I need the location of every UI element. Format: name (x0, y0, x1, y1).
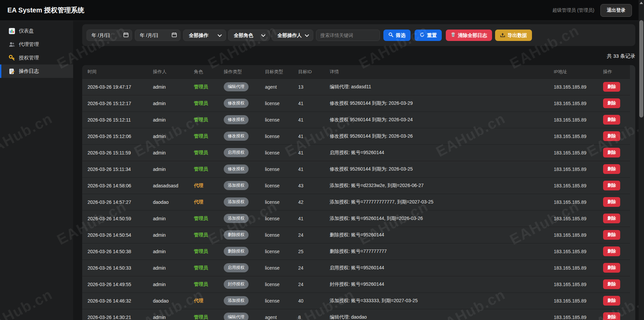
table-row: 2026-03-26 15:11:59admin管理员启用授权license41… (82, 144, 630, 161)
dashboard-icon (9, 28, 15, 34)
action-type-cell: 编辑代理 (224, 309, 265, 320)
time-cell: 2026-03-26 14:50:54 (82, 227, 153, 243)
action-type-badge: 修改授权 (224, 132, 249, 141)
calendar-icon[interactable] (123, 32, 128, 38)
delete-button[interactable]: 删除 (603, 197, 620, 207)
target-id-cell: 40 (298, 292, 330, 309)
operator-cell: daodao (153, 194, 194, 210)
action-type-badge: 添加授权 (224, 296, 249, 305)
sidebar-item-agents[interactable]: 代理管理 (0, 38, 73, 51)
delete-button[interactable]: 删除 (603, 98, 620, 108)
target-type-cell: license (265, 111, 298, 128)
target-id-cell: 41 (298, 111, 330, 128)
ip-cell: 183.165.185.89 (554, 177, 603, 194)
delete-button[interactable]: 删除 (603, 115, 620, 125)
clear-logs-button[interactable]: 清除全部日志 (446, 30, 492, 41)
detail-cell: 修改授权 95260144 到期为: 2026-03-26 (330, 128, 554, 144)
detail-cell: 封停授权: 账号=95260144 (330, 276, 554, 292)
target-type-cell: license (265, 243, 298, 260)
role-cell: 管理员 (194, 144, 224, 161)
operation-type-select[interactable]: 全部操作 (183, 30, 226, 41)
scrollbar-thumb[interactable] (639, 20, 643, 118)
export-button[interactable]: 导出数据 (495, 30, 532, 41)
action-cell: 删除 (603, 292, 630, 309)
delete-button[interactable]: 删除 (603, 296, 620, 306)
delete-button[interactable]: 删除 (603, 214, 620, 223)
role-cell: 代理 (194, 194, 224, 210)
delete-button[interactable]: 删除 (603, 181, 620, 190)
detail-cell: 添加授权: 账号=777777777777, 到期=2027-03-25 (330, 194, 554, 210)
action-type-cell: 添加授权 (224, 177, 265, 194)
role-cell: 管理员 (194, 79, 224, 95)
logout-button[interactable]: 退出登录 (600, 4, 632, 17)
detail-cell: 编辑代理: asdasd11 (330, 79, 554, 95)
delete-button[interactable]: 删除 (603, 246, 620, 256)
chevron-down-icon (261, 33, 265, 38)
action-type-cell: 添加授权 (224, 194, 265, 210)
calendar-icon[interactable] (172, 32, 177, 38)
column-header: 目标类型 (265, 65, 298, 79)
reset-button[interactable]: 重置 (415, 30, 442, 41)
ip-cell: 183.165.185.89 (554, 243, 603, 260)
table-row: 2026-03-26 14:46:32daodao代理添加授权license40… (82, 292, 630, 309)
role-cell: 管理员 (194, 243, 224, 260)
chevron-down-icon (218, 33, 222, 38)
refresh-icon (420, 32, 425, 38)
role-cell: 管理员 (194, 276, 224, 292)
delete-button[interactable]: 删除 (603, 230, 620, 240)
action-cell: 删除 (603, 161, 630, 177)
action-type-badge: 删除授权 (224, 230, 249, 239)
table-row: 2026-03-26 14:50:54admin管理员删除授权license24… (82, 227, 630, 243)
filter-button[interactable]: 筛选 (383, 30, 411, 41)
column-header: 角色 (194, 65, 224, 79)
sidebar-item-operation-logs[interactable]: 操作日志 (0, 64, 73, 78)
delete-button[interactable]: 删除 (603, 148, 620, 157)
operator-cell: admin (153, 95, 194, 111)
reset-button-label: 重置 (427, 32, 437, 39)
target-type-cell: license (265, 276, 298, 292)
vertical-scrollbar[interactable] (639, 0, 644, 320)
action-cell: 删除 (603, 79, 630, 95)
search-input[interactable] (316, 30, 380, 41)
current-user-label: 超级管理员 (管理员) (552, 7, 594, 13)
role-label: 代理 (194, 199, 203, 204)
date-start-value: 年 /月/日 (92, 32, 110, 39)
action-cell: 删除 (603, 194, 630, 210)
delete-button[interactable]: 删除 (603, 279, 620, 289)
role-cell: 管理员 (194, 128, 224, 144)
operator-select[interactable]: 全部操作人 (272, 30, 313, 41)
date-start-input[interactable]: 年 /月/日 (87, 30, 132, 41)
ip-cell: 183.165.185.89 (554, 210, 603, 227)
target-type-cell: agent (265, 79, 298, 95)
table-row: 2026-03-26 14:50:33admin管理员启用授权license24… (82, 260, 630, 276)
action-cell: 删除 (603, 128, 630, 144)
target-type-cell: license (265, 95, 298, 111)
scrollbar-up-arrow[interactable] (640, 2, 643, 4)
action-type-cell: 修改授权 (224, 161, 265, 177)
action-type-badge: 修改授权 (224, 165, 249, 174)
target-id-cell: 41 (298, 128, 330, 144)
role-select[interactable]: 全部角色 (228, 30, 270, 41)
delete-button[interactable]: 删除 (603, 82, 620, 92)
action-type-badge: 添加授权 (224, 214, 249, 223)
action-type-cell: 编辑代理 (224, 79, 265, 95)
role-cell: 代理 (194, 177, 224, 194)
table-row: 2026-03-26 14:57:27daodao代理添加授权license42… (82, 194, 630, 210)
sidebar-item-label: 操作日志 (19, 68, 39, 75)
detail-cell: 启用授权: 账号=95260144 (330, 260, 554, 276)
delete-button[interactable]: 删除 (603, 312, 620, 320)
table-row: 2026-03-26 14:30:21admin管理员编辑代理agent8编辑代… (82, 309, 630, 320)
delete-button[interactable]: 删除 (603, 263, 620, 273)
agents-icon (9, 41, 15, 48)
action-type-cell: 添加授权 (224, 210, 265, 227)
sidebar: 仪表盘 代理管理 授权管理 操作日志 (0, 21, 73, 320)
sidebar-item-label: 仪表盘 (19, 28, 34, 34)
operator-cell: admin (153, 111, 194, 128)
sidebar-item-licenses[interactable]: 授权管理 (0, 51, 73, 64)
delete-button[interactable]: 删除 (603, 164, 620, 174)
clear-logs-button-label: 清除全部日志 (458, 32, 487, 39)
action-cell: 删除 (603, 144, 630, 161)
delete-button[interactable]: 删除 (603, 131, 620, 141)
date-end-input[interactable]: 年 /月/日 (135, 30, 180, 41)
sidebar-item-dashboard[interactable]: 仪表盘 (0, 24, 73, 38)
